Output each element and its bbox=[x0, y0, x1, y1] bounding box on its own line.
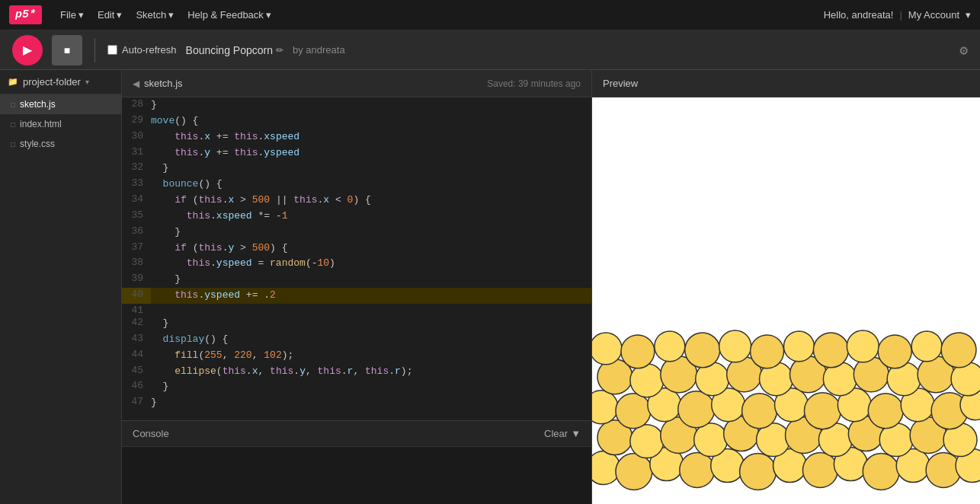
line-code-44: fill(255, 220, 102); bbox=[151, 348, 591, 364]
line-code-39: } bbox=[151, 272, 591, 288]
line-code-33: bounce() { bbox=[151, 177, 591, 193]
code-line-37: 37 if (this.y > 500) { bbox=[122, 241, 591, 257]
line-num-43: 43 bbox=[122, 332, 151, 348]
file-item-style-css[interactable]: □ style.css bbox=[0, 134, 121, 154]
autorefresh-text: Auto-refresh bbox=[122, 44, 177, 56]
code-line-29: 29 move() { bbox=[122, 113, 591, 129]
line-code-47: } bbox=[151, 395, 591, 411]
svg-point-59 bbox=[813, 333, 848, 368]
line-code-43: display() { bbox=[151, 332, 591, 348]
code-line-40: 40 this.yspeed += .2 bbox=[122, 288, 591, 304]
line-num-44: 44 bbox=[122, 348, 151, 364]
nav-help[interactable]: Help & Feedback ▾ bbox=[187, 9, 271, 21]
code-line-28: 28 } bbox=[122, 97, 591, 113]
file-dot-index: □ bbox=[11, 120, 15, 129]
saved-status: Saved: 39 minutes ago bbox=[487, 78, 581, 89]
line-code-41 bbox=[151, 304, 591, 316]
folder-header[interactable]: 📁 project-folder ▾ bbox=[0, 70, 121, 94]
file-name-index: index.html bbox=[20, 119, 62, 129]
line-num-46: 46 bbox=[122, 379, 151, 395]
file-item-sketch-js[interactable]: □ sketch.js bbox=[0, 94, 121, 114]
nav-sketch[interactable]: Sketch ▾ bbox=[136, 9, 174, 21]
autorefresh-checkbox[interactable] bbox=[107, 45, 117, 55]
line-num-38: 38 bbox=[122, 256, 151, 272]
line-num-47: 47 bbox=[122, 395, 151, 411]
file-item-index-html[interactable]: □ index.html bbox=[0, 114, 121, 134]
line-code-36: } bbox=[151, 225, 591, 241]
p5-logo[interactable]: p5* bbox=[9, 5, 42, 24]
nav-divider: | bbox=[899, 9, 902, 21]
editor-tab: ◀ sketch.js bbox=[133, 78, 183, 89]
svg-point-58 bbox=[784, 331, 815, 362]
svg-point-56 bbox=[719, 330, 751, 362]
sketch-chevron-icon: ▾ bbox=[168, 9, 174, 21]
code-line-30: 30 this.x += this.xspeed bbox=[122, 129, 591, 145]
folder-icon: 📁 bbox=[8, 77, 18, 87]
preview-canvas bbox=[592, 97, 980, 504]
code-line-34: 34 if (this.x > 500 || this.x < 0) { bbox=[122, 193, 591, 209]
code-line-42: 42 } bbox=[122, 316, 591, 332]
preview-label: Preview bbox=[603, 78, 638, 89]
nav-file[interactable]: File ▾ bbox=[60, 9, 84, 21]
svg-point-55 bbox=[685, 333, 720, 368]
line-num-37: 37 bbox=[122, 241, 151, 257]
svg-point-61 bbox=[878, 335, 911, 368]
line-code-40: this.yspeed += .2 bbox=[151, 288, 591, 304]
file-dot-sketch: □ bbox=[11, 100, 15, 109]
code-line-39: 39 } bbox=[122, 272, 591, 288]
svg-point-17 bbox=[694, 423, 728, 457]
code-editor[interactable]: 28 } 29 move() { 30 this.x += this.xspee… bbox=[122, 97, 591, 420]
preview-header: Preview bbox=[592, 70, 980, 97]
file-chevron-icon: ▾ bbox=[78, 9, 84, 21]
tab-back-icon[interactable]: ◀ bbox=[133, 78, 139, 89]
line-num-32: 32 bbox=[122, 161, 151, 177]
settings-icon[interactable]: ⚙ bbox=[959, 42, 968, 59]
pencil-icon[interactable]: ✏ bbox=[276, 45, 283, 56]
preview-panel: Preview bbox=[591, 70, 980, 504]
line-code-29: move() { bbox=[151, 113, 591, 129]
code-line-41: 41 bbox=[122, 304, 591, 316]
line-num-42: 42 bbox=[122, 316, 151, 332]
line-code-30: this.x += this.xspeed bbox=[151, 129, 591, 145]
by-author-text: by andreata bbox=[293, 44, 345, 56]
line-num-41: 41 bbox=[122, 304, 151, 316]
svg-point-53 bbox=[621, 335, 655, 368]
svg-point-10 bbox=[863, 454, 899, 490]
greeting-text: Hello, andreata! bbox=[824, 9, 894, 21]
line-code-37: if (this.y > 500) { bbox=[151, 241, 591, 257]
line-num-36: 36 bbox=[122, 225, 151, 241]
line-code-35: this.xspeed *= -1 bbox=[151, 209, 591, 225]
file-name-style: style.css bbox=[20, 139, 55, 149]
autorefresh-label[interactable]: Auto-refresh bbox=[107, 44, 177, 56]
play-button[interactable]: ▶ bbox=[12, 35, 43, 65]
clear-label: Clear bbox=[544, 428, 568, 439]
line-code-46: } bbox=[151, 379, 591, 395]
svg-point-15 bbox=[630, 425, 664, 458]
svg-point-62 bbox=[911, 331, 942, 362]
sketch-title-text: Bouncing Popcorn bbox=[186, 44, 273, 56]
code-line-45: 45 ellipse(this.x, this.y, this.r, this.… bbox=[122, 364, 591, 380]
console-area: Console Clear ▼ bbox=[122, 420, 591, 504]
edit-chevron-icon: ▾ bbox=[117, 9, 122, 21]
sketch-title: Bouncing Popcorn ✏ bbox=[186, 44, 283, 56]
editor-header: ◀ sketch.js Saved: 39 minutes ago bbox=[122, 70, 591, 97]
line-num-31: 31 bbox=[122, 145, 151, 161]
popcorn-visualization bbox=[592, 97, 980, 504]
line-num-28: 28 bbox=[122, 97, 151, 113]
file-dot-style: □ bbox=[11, 140, 15, 148]
line-num-29: 29 bbox=[122, 113, 151, 129]
nav-edit[interactable]: Edit ▾ bbox=[98, 9, 122, 21]
top-navigation: p5* File ▾ Edit ▾ Sketch ▾ Help & Feedba… bbox=[0, 0, 980, 30]
svg-point-52 bbox=[592, 333, 622, 365]
my-account-link[interactable]: My Account bbox=[908, 9, 959, 21]
main-layout: 📁 project-folder ▾ □ sketch.js □ index.h… bbox=[0, 70, 980, 504]
code-line-38: 38 this.yspeed = random(-10) bbox=[122, 256, 591, 272]
line-code-28: } bbox=[151, 97, 591, 113]
code-line-33: 33 bounce() { bbox=[122, 177, 591, 193]
line-num-33: 33 bbox=[122, 177, 151, 193]
help-chevron-icon: ▾ bbox=[266, 9, 271, 21]
line-code-42: } bbox=[151, 316, 591, 332]
stop-button[interactable]: ■ bbox=[52, 35, 82, 65]
clear-button[interactable]: Clear ▼ bbox=[544, 428, 581, 439]
toolbar: ▶ ■ Auto-refresh Bouncing Popcorn ✏ by a… bbox=[0, 30, 980, 70]
